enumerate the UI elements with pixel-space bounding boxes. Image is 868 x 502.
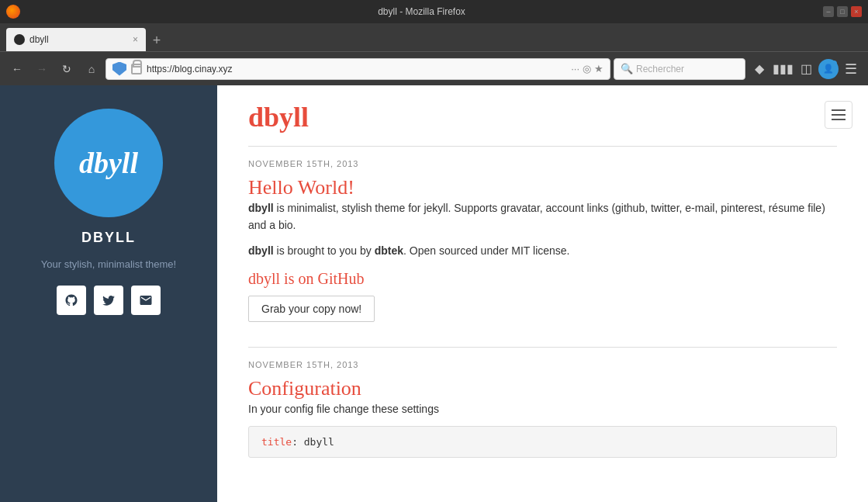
post-2-title[interactable]: Configuration bbox=[248, 377, 361, 400]
avatar-text: dbyll bbox=[79, 146, 138, 180]
email-link[interactable] bbox=[131, 286, 161, 315]
url-text: https://blog.cinay.xyz bbox=[147, 64, 566, 74]
ham-line-3 bbox=[832, 119, 846, 120]
ham-line-2 bbox=[832, 114, 846, 116]
post-1-sublink[interactable]: dbyll is on GitHub bbox=[248, 270, 837, 288]
browser-content: dbyll DBYLL Your stylish, minimalist the… bbox=[0, 85, 868, 502]
post-1-bold-2: dbyll bbox=[248, 244, 274, 257]
site-title[interactable]: dbyll bbox=[248, 102, 309, 133]
tab-favicon bbox=[14, 34, 25, 45]
hamburger-menu[interactable] bbox=[825, 101, 852, 129]
tab-close-button[interactable]: × bbox=[133, 34, 138, 45]
minimize-button[interactable]: – bbox=[823, 6, 834, 17]
close-button[interactable]: × bbox=[851, 6, 862, 17]
post-1-para-1: dbyll is minimalist, stylish theme for j… bbox=[248, 199, 837, 234]
menu-button[interactable]: ☰ bbox=[840, 58, 862, 80]
post-2: NOVEMBER 15TH, 2013 Configuration In you… bbox=[248, 360, 837, 457]
grab-copy-button[interactable]: Grab your copy now! bbox=[248, 296, 375, 322]
firefox-logo bbox=[6, 5, 20, 19]
extensions-button[interactable]: ◆ bbox=[749, 58, 770, 80]
social-links bbox=[57, 286, 161, 315]
shield-icon bbox=[112, 62, 126, 76]
search-bar[interactable]: 🔍 Rechercher bbox=[614, 58, 745, 80]
url-more-button[interactable]: ··· bbox=[571, 63, 579, 74]
post-1: NOVEMBER 15TH, 2013 Hello World! dbyll i… bbox=[248, 159, 837, 334]
url-actions: ··· ◎ ★ bbox=[571, 63, 603, 74]
new-tab-button[interactable]: + bbox=[146, 29, 168, 51]
post-1-title[interactable]: Hello World! bbox=[248, 176, 354, 199]
library-button[interactable]: ▮▮▮ bbox=[772, 58, 794, 80]
post-1-para-2: dbyll is brought to you by dbtek. Open s… bbox=[248, 242, 837, 259]
url-bar[interactable]: https://blog.cinay.xyz ··· ◎ ★ bbox=[105, 58, 610, 80]
top-divider bbox=[248, 146, 837, 147]
sidebar-tagline: Your stylish, minimalist theme! bbox=[41, 258, 176, 270]
tabbar: dbyll × + bbox=[0, 23, 868, 51]
post-1-date: NOVEMBER 15TH, 2013 bbox=[248, 159, 837, 168]
avatar: dbyll bbox=[54, 109, 163, 217]
forward-button[interactable]: → bbox=[31, 58, 53, 80]
titlebar: dbyll - Mozilla Firefox – □ × bbox=[0, 0, 868, 23]
twitter-link[interactable] bbox=[94, 286, 123, 315]
code-colon: : bbox=[292, 436, 304, 448]
code-key: title bbox=[261, 436, 292, 448]
sidebar-name: DBYLL bbox=[81, 230, 136, 246]
sync-indicator bbox=[831, 61, 837, 67]
ham-line-1 bbox=[832, 109, 846, 111]
post-1-bold-3: dbtek bbox=[375, 244, 403, 257]
pocket-button[interactable]: ◎ bbox=[583, 63, 591, 74]
navbar: ← → ↻ ⌂ https://blog.cinay.xyz ··· ◎ ★ 🔍… bbox=[0, 51, 868, 85]
account-area: 👤 bbox=[818, 59, 839, 79]
sidebar-toggle-button[interactable]: ◫ bbox=[795, 58, 817, 80]
reload-button[interactable]: ↻ bbox=[56, 58, 78, 80]
active-tab[interactable]: dbyll × bbox=[6, 28, 146, 51]
mid-divider bbox=[248, 347, 837, 348]
back-button[interactable]: ← bbox=[6, 58, 28, 80]
github-link[interactable] bbox=[57, 286, 86, 315]
code-val: dbyll bbox=[304, 436, 334, 448]
main-content: dbyll NOVEMBER 15TH, 2013 Hello World! d… bbox=[217, 85, 868, 502]
code-block: title: dbyll bbox=[248, 426, 837, 458]
toolbar-icons: ◆ ▮▮▮ ◫ 👤 ☰ bbox=[749, 58, 862, 80]
search-placeholder: Rechercher bbox=[636, 64, 738, 74]
bookmark-button[interactable]: ★ bbox=[594, 63, 603, 74]
post-2-date: NOVEMBER 15TH, 2013 bbox=[248, 360, 837, 369]
blog-sidebar: dbyll DBYLL Your stylish, minimalist the… bbox=[0, 85, 217, 502]
lock-icon bbox=[131, 64, 142, 74]
titlebar-title: dbyll - Mozilla Firefox bbox=[26, 6, 817, 17]
post-2-para-1: In your config file change these setting… bbox=[248, 400, 837, 417]
window-controls: – □ × bbox=[823, 6, 862, 17]
post-1-bold-1: dbyll bbox=[248, 202, 274, 214]
search-icon: 🔍 bbox=[621, 63, 633, 74]
home-button[interactable]: ⌂ bbox=[81, 58, 102, 80]
tab-label: dbyll bbox=[29, 34, 128, 45]
maximize-button[interactable]: □ bbox=[837, 6, 848, 17]
